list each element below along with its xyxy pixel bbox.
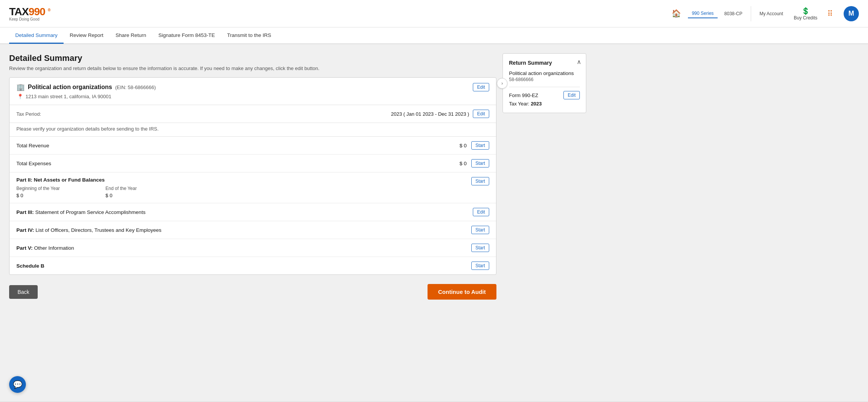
part-v-start-button[interactable]: Start (471, 244, 489, 252)
nav-990-series[interactable]: 990 Series (688, 9, 717, 18)
location-icon: 📍 (17, 94, 23, 99)
tab-review-report[interactable]: Review Report (64, 28, 110, 44)
avatar[interactable]: M (844, 6, 859, 21)
org-info: 🏢 Political action organizations (EIN: 5… (16, 83, 473, 99)
org-info-row: 🏢 Political action organizations (EIN: 5… (10, 78, 496, 105)
tab-transmit-irs[interactable]: Transmit to the IRS (221, 28, 277, 44)
sidebar-collapse-button[interactable]: ∧ (577, 58, 581, 65)
page-subtitle: Review the organization and return detai… (9, 65, 496, 71)
verify-text: Please verify your organization details … (10, 123, 496, 137)
tax-period-row: Tax Period: 2023 ( Jan 01 2023 - Dec 31 … (10, 105, 496, 123)
nav-divider (751, 6, 751, 21)
tab-signature-form[interactable]: Signature Form 8453-TE (152, 28, 221, 44)
total-expenses-label: Total Expenses (16, 161, 444, 166)
logo-990: 990 (29, 6, 45, 18)
sidebar-tax-year: Tax Year: 2023 (509, 101, 580, 107)
total-expenses-start-button[interactable]: Start (471, 159, 489, 168)
return-summary-sidebar: › Return Summary ∧ Political action orga… (503, 53, 586, 113)
chat-bubble[interactable]: 💬 (9, 376, 26, 393)
sidebar-form-label: Form 990-EZ (509, 93, 538, 98)
bottom-bar: Back Continue to Audit (9, 275, 496, 303)
total-expenses-amount: $ 0 (444, 161, 467, 166)
total-revenue-start-button[interactable]: Start (471, 141, 489, 150)
part-iv-label: Part IV: List of Officers, Directors, Tr… (16, 227, 471, 233)
schedule-b-start-button[interactable]: Start (471, 262, 489, 270)
schedule-b-row: Schedule B Start (10, 257, 496, 274)
total-revenue-label: Total Revenue (16, 143, 444, 148)
tax-period-label: Tax Period: (16, 111, 41, 117)
part-iii-label: Part III: Statement of Program Service A… (16, 209, 473, 215)
sidebar-form-row: Form 990-EZ Edit (509, 91, 580, 99)
beginning-year-title: Beginning of the Year (16, 186, 60, 191)
continue-button[interactable]: Continue to Audit (428, 284, 496, 300)
page-title: Detailed Summary (9, 53, 496, 63)
sidebar-title: Return Summary (509, 60, 580, 66)
header-nav: 🏠 990 Series 8038-CP My Account 💲 Buy Cr… (668, 5, 859, 22)
header: TAX990 ® Keep Doing Good 🏠 990 Series 80… (0, 0, 868, 27)
total-expenses-row: Total Expenses $ 0 Start (10, 155, 496, 172)
tab-detailed-summary[interactable]: Detailed Summary (9, 28, 64, 44)
part-v-row: Part V: Other Information Start (10, 239, 496, 257)
logo-tax: TAX (9, 6, 29, 18)
nav-my-account[interactable]: My Account (756, 10, 787, 18)
main-content: Detailed Summary Review the organization… (9, 53, 496, 392)
sidebar-expand-button[interactable]: › (497, 78, 507, 89)
part-iv-row: Part IV: List of Officers, Directors, Tr… (10, 221, 496, 239)
org-building-icon: 🏢 (16, 83, 25, 91)
org-address: 1213 main street 1, california, IA 90001 (26, 94, 111, 99)
back-button[interactable]: Back (9, 285, 38, 299)
summary-card: 🏢 Political action organizations (EIN: 5… (9, 77, 496, 275)
nav-home[interactable]: 🏠 (668, 7, 685, 20)
grid-icon[interactable]: ⠿ (827, 9, 833, 18)
main-wrapper: Detailed Summary Review the organization… (0, 44, 868, 401)
part-ii-label-rest: Net Assets or Fund Balances (32, 177, 105, 183)
part-ii-start-button[interactable]: Start (471, 177, 489, 185)
logo: TAX990 ® Keep Doing Good (9, 6, 50, 21)
tab-share-return[interactable]: Share Return (110, 28, 152, 44)
beginning-year-value: $ 0 (16, 193, 60, 198)
org-edit-button[interactable]: Edit (473, 83, 489, 91)
tax-period-edit-button[interactable]: Edit (473, 110, 489, 118)
end-year-value: $ 0 (105, 193, 137, 198)
part-ii-label-bold: Part II: (16, 177, 32, 183)
part-iii-edit-button[interactable]: Edit (473, 208, 489, 216)
sidebar-ein: 58-6866666 (509, 77, 574, 82)
sidebar-org-name: Political action organizations (509, 70, 574, 76)
part-v-label: Part V: Other Information (16, 245, 471, 251)
end-year-title: End of the Year (105, 186, 137, 191)
nav-8038cp[interactable]: 8038-CP (721, 10, 746, 18)
part-iii-row: Part III: Statement of Program Service A… (10, 203, 496, 221)
sidebar-form-edit-button[interactable]: Edit (563, 91, 580, 99)
nav-buy-credits[interactable]: 💲 Buy Credits (790, 5, 821, 22)
logo-tagline: Keep Doing Good (9, 17, 50, 21)
sub-nav: Detailed Summary Review Report Share Ret… (0, 27, 868, 44)
credits-icon: 💲 (801, 7, 810, 15)
part-iv-start-button[interactable]: Start (471, 226, 489, 234)
total-revenue-amount: $ 0 (444, 143, 467, 148)
chat-icon: 💬 (13, 380, 22, 389)
total-revenue-row: Total Revenue $ 0 Start (10, 137, 496, 155)
org-ein: (EIN: 58-6866666) (115, 85, 156, 90)
home-icon: 🏠 (672, 9, 681, 18)
org-name: Political action organizations (28, 84, 112, 91)
schedule-b-label: Schedule B (16, 263, 471, 269)
part-ii-row: Part II: Net Assets or Fund Balances Beg… (10, 172, 496, 203)
tax-period-value: 2023 ( Jan 01 2023 - Dec 31 2023 ) (391, 111, 469, 117)
